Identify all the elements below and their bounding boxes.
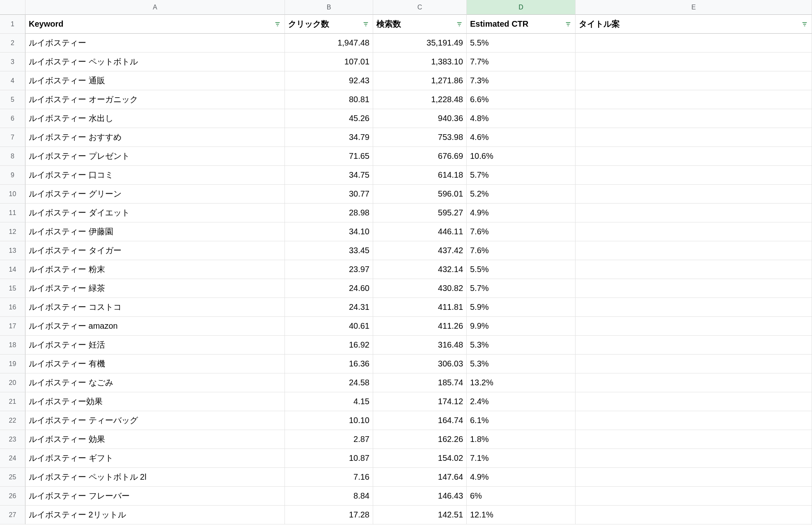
cell-clicks[interactable]: 10.87: [285, 449, 373, 468]
row-header[interactable]: 19: [0, 355, 25, 373]
row-header[interactable]: 9: [0, 166, 25, 185]
cell-clicks[interactable]: 40.61: [285, 317, 373, 336]
cell-keyword[interactable]: ルイボスティー amazon: [25, 317, 285, 336]
cell-searches[interactable]: 35,191.49: [373, 34, 467, 53]
cell-clicks[interactable]: 24.60: [285, 279, 373, 298]
cell-title[interactable]: [576, 411, 812, 430]
header-cell-clicks[interactable]: クリック数: [285, 15, 373, 34]
cell-title[interactable]: [576, 109, 812, 128]
row-header[interactable]: 5: [0, 90, 25, 109]
cell-clicks[interactable]: 28.98: [285, 204, 373, 222]
cell-title[interactable]: [576, 34, 812, 53]
cell-searches[interactable]: 753.98: [373, 128, 467, 147]
cell-keyword[interactable]: ルイボスティー 通販: [25, 71, 285, 90]
filter-icon[interactable]: [273, 20, 282, 29]
cell-title[interactable]: [576, 317, 812, 336]
cell-searches[interactable]: 596.01: [373, 185, 467, 204]
cell-clicks[interactable]: 80.81: [285, 90, 373, 109]
cell-keyword[interactable]: ルイボスティー ギフト: [25, 449, 285, 468]
cell-title[interactable]: [576, 373, 812, 392]
cell-keyword[interactable]: ルイボスティー 妊活: [25, 336, 285, 355]
cell-ctr[interactable]: 5.7%: [467, 166, 576, 185]
cell-ctr[interactable]: 10.6%: [467, 147, 576, 166]
column-header-E[interactable]: E: [576, 0, 812, 15]
cell-ctr[interactable]: 5.3%: [467, 336, 576, 355]
cell-title[interactable]: [576, 336, 812, 355]
cell-keyword[interactable]: ルイボスティー ティーバッグ: [25, 411, 285, 430]
cell-ctr[interactable]: 4.6%: [467, 128, 576, 147]
column-header-D[interactable]: D: [467, 0, 576, 15]
filter-icon[interactable]: [361, 20, 370, 29]
row-header[interactable]: 13: [0, 241, 25, 260]
cell-keyword[interactable]: ルイボスティー 伊藤園: [25, 222, 285, 241]
cell-clicks[interactable]: 34.10: [285, 222, 373, 241]
row-header[interactable]: 24: [0, 449, 25, 468]
column-header-B[interactable]: B: [285, 0, 373, 15]
cell-searches[interactable]: 174.12: [373, 392, 467, 411]
cell-searches[interactable]: 154.02: [373, 449, 467, 468]
row-header[interactable]: 10: [0, 185, 25, 204]
cell-ctr[interactable]: 5.2%: [467, 185, 576, 204]
filter-icon[interactable]: [455, 20, 464, 29]
cell-searches[interactable]: 411.26: [373, 317, 467, 336]
cell-ctr[interactable]: 4.9%: [467, 204, 576, 222]
row-header[interactable]: 18: [0, 336, 25, 355]
cell-ctr[interactable]: 5.9%: [467, 298, 576, 317]
cell-keyword[interactable]: ルイボスティー 水出し: [25, 109, 285, 128]
cell-clicks[interactable]: 8.84: [285, 487, 373, 506]
cell-searches[interactable]: 162.26: [373, 430, 467, 449]
cell-searches[interactable]: 142.51: [373, 506, 467, 524]
row-header[interactable]: 17: [0, 317, 25, 336]
cell-searches[interactable]: 1,383.10: [373, 53, 467, 71]
cell-keyword[interactable]: ルイボスティー フレーバー: [25, 487, 285, 506]
cell-keyword[interactable]: ルイボスティー 2リットル: [25, 506, 285, 524]
cell-searches[interactable]: 446.11: [373, 222, 467, 241]
cell-title[interactable]: [576, 222, 812, 241]
cell-keyword[interactable]: ルイボスティー ダイエット: [25, 204, 285, 222]
cell-clicks[interactable]: 4.15: [285, 392, 373, 411]
cell-searches[interactable]: 185.74: [373, 373, 467, 392]
cell-title[interactable]: [576, 355, 812, 373]
cell-ctr[interactable]: 5.3%: [467, 355, 576, 373]
cell-clicks[interactable]: 33.45: [285, 241, 373, 260]
cell-clicks[interactable]: 16.36: [285, 355, 373, 373]
cell-searches[interactable]: 411.81: [373, 298, 467, 317]
row-header[interactable]: 4: [0, 71, 25, 90]
cell-ctr[interactable]: 6%: [467, 487, 576, 506]
cell-keyword[interactable]: ルイボスティー 緑茶: [25, 279, 285, 298]
row-header[interactable]: 14: [0, 260, 25, 279]
header-cell-keyword[interactable]: Keyword: [25, 15, 285, 34]
cell-title[interactable]: [576, 298, 812, 317]
cell-title[interactable]: [576, 468, 812, 487]
row-header[interactable]: 22: [0, 411, 25, 430]
cell-searches[interactable]: 595.27: [373, 204, 467, 222]
cell-ctr[interactable]: 5.7%: [467, 279, 576, 298]
cell-ctr[interactable]: 5.5%: [467, 260, 576, 279]
cell-ctr[interactable]: 7.6%: [467, 222, 576, 241]
filter-icon[interactable]: [800, 20, 809, 29]
row-header[interactable]: 20: [0, 373, 25, 392]
cell-searches[interactable]: 1,271.86: [373, 71, 467, 90]
row-header[interactable]: 7: [0, 128, 25, 147]
cell-clicks[interactable]: 24.31: [285, 298, 373, 317]
cell-title[interactable]: [576, 147, 812, 166]
row-header[interactable]: 12: [0, 222, 25, 241]
filter-icon[interactable]: [564, 20, 573, 29]
row-header[interactable]: 8: [0, 147, 25, 166]
header-cell-searches[interactable]: 検索数: [373, 15, 467, 34]
column-header-C[interactable]: C: [373, 0, 467, 15]
row-header[interactable]: 2: [0, 34, 25, 53]
cell-keyword[interactable]: ルイボスティー 効果: [25, 430, 285, 449]
row-header[interactable]: 27: [0, 506, 25, 524]
row-header[interactable]: 3: [0, 53, 25, 71]
cell-keyword[interactable]: ルイボスティー 有機: [25, 355, 285, 373]
cell-clicks[interactable]: 2.87: [285, 430, 373, 449]
cell-searches[interactable]: 164.74: [373, 411, 467, 430]
cell-title[interactable]: [576, 53, 812, 71]
cell-title[interactable]: [576, 260, 812, 279]
cell-ctr[interactable]: 7.6%: [467, 241, 576, 260]
cell-title[interactable]: [576, 241, 812, 260]
cell-title[interactable]: [576, 506, 812, 524]
cell-keyword[interactable]: ルイボスティー 粉末: [25, 260, 285, 279]
cell-searches[interactable]: 430.82: [373, 279, 467, 298]
